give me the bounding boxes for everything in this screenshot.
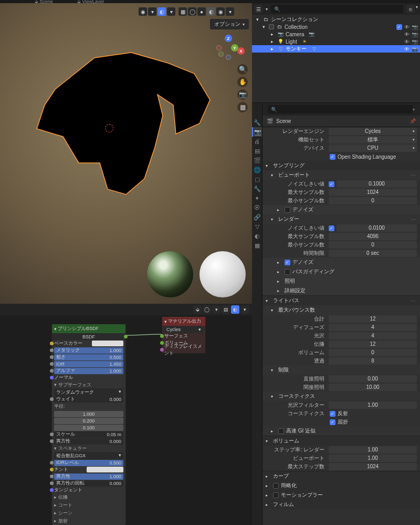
film-panel[interactable]: ▸フィルム <box>262 500 420 509</box>
extra-emission[interactable]: ▸ 放射 <box>52 517 125 525</box>
tab-render-icon[interactable]: 📷 <box>252 127 262 137</box>
tangent-input[interactable]: タンジェント <box>52 487 125 493</box>
transparent-bounces[interactable]: 8 <box>329 357 417 365</box>
anisotropic-input[interactable]: 異方性1.000 <box>52 473 125 480</box>
solid-shading-icon[interactable]: ● <box>197 7 206 16</box>
axis-neg-z-icon[interactable] <box>226 55 231 60</box>
transmission-bounces[interactable]: 12 <box>329 341 417 348</box>
gizmo-icon[interactable]: ▾ <box>148 7 156 16</box>
node-editor[interactable]: ⬙ ◯ ▾ ▤ ◐ ▾ ▾ プリンシプルBSDF BSDF ベースカラー メタリ… <box>0 304 252 525</box>
path-guiding-panel[interactable]: ▸ パスガイディング <box>262 267 420 276</box>
motion-blur-panel[interactable]: ▸ モーションブラー <box>262 490 420 500</box>
extra-coat[interactable]: ▸ コート <box>52 501 125 509</box>
render-max-samples[interactable]: 4096 <box>329 233 417 240</box>
overlay-icon[interactable]: ◐ <box>158 7 166 16</box>
camera-view-icon[interactable]: 📷 <box>237 89 248 100</box>
xray-icon[interactable]: ▦ <box>178 7 187 16</box>
osl-checkbox[interactable]: ✓ <box>330 154 335 160</box>
fast-gi-panel[interactable]: ▸ 高速 GI 近似 <box>262 426 420 436</box>
snap-icon[interactable]: ◯ <box>203 305 211 314</box>
overlay-drop-icon[interactable]: ▾ <box>167 7 175 16</box>
max-samples-value[interactable]: 1024 <box>329 189 417 196</box>
node-title[interactable]: ▾ プリンシプルBSDF <box>52 324 125 333</box>
render-icon[interactable]: 📷 <box>412 24 417 29</box>
viewport-denoise-check[interactable] <box>285 207 290 213</box>
axis-neg-x-icon[interactable] <box>216 45 222 50</box>
caustics-panel[interactable]: ▾コースティクス <box>262 392 420 401</box>
visibility-icon[interactable]: ◉ <box>139 7 147 16</box>
diffuse-bounces[interactable]: 4 <box>329 324 417 331</box>
outliner-item-light[interactable]: ▸💡Light☀ 👁📷 <box>252 38 420 45</box>
tab-viewlayer-icon[interactable]: ▤ <box>252 146 262 156</box>
node-material-output[interactable]: ▾ マテリアル出力 Cycles▾ サーフェス ボリューム ディスプレイスメント <box>162 316 206 354</box>
node-principled-bsdf[interactable]: ▾ プリンシプルBSDF BSDF ベースカラー メタリック1.000 粗さ0.… <box>51 324 126 525</box>
subsurface-section[interactable]: ▾ サブサーフェス <box>52 381 125 389</box>
scene-collection-row[interactable]: ▾🗀シーンコレクション <box>252 16 420 23</box>
extra-transmission[interactable]: ▸ 伝播 <box>52 493 125 501</box>
alpha-input[interactable]: アルファ1.000 <box>52 367 125 374</box>
pan-icon[interactable]: ✋ <box>237 77 248 87</box>
tab-scene-icon[interactable]: 🎬 <box>252 156 262 165</box>
glossy-bounces[interactable]: 4 <box>329 332 417 339</box>
tint-input[interactable]: チント <box>52 466 125 473</box>
viewport-options-button[interactable]: オプション <box>210 19 249 29</box>
viewport-sampling-panel[interactable]: ▾ビューポート⋯ <box>262 170 420 180</box>
outliner-mode-icon[interactable]: ☰ <box>254 5 262 13</box>
perspective-icon[interactable]: ▦ <box>237 102 248 112</box>
ior-input[interactable]: IOR1.450 <box>52 361 125 367</box>
distribution[interactable]: 複合散乱GGX▾ <box>52 452 125 459</box>
feature-set-select[interactable]: 標準 <box>329 136 417 143</box>
viewport-denoise-panel[interactable]: ▸ デノイズ <box>262 205 420 214</box>
subsurface-method[interactable]: ランダムウォーク▾ <box>52 389 125 396</box>
tab-particle-icon[interactable]: ✦ <box>252 193 262 203</box>
normal-input[interactable]: ノーマル <box>52 374 125 381</box>
outliner-search-input[interactable]: 🔍 <box>271 5 403 13</box>
noise-threshold-check[interactable]: ✓ <box>329 181 334 187</box>
tab-tool-icon[interactable]: 🔧 <box>252 118 262 127</box>
clamping-panel[interactable]: ▾制限 <box>262 365 420 375</box>
time-limit-value[interactable]: 0 sec <box>329 250 417 257</box>
tab-constraint-icon[interactable]: 🔗 <box>252 212 262 222</box>
light-paths-panel[interactable]: ▾ライトパス⋯ <box>262 296 420 305</box>
scene-breadcrumb[interactable]: 🎬Scene 📌 <box>262 116 420 127</box>
motion-blur-check[interactable] <box>273 492 279 498</box>
tab-texture-icon[interactable]: ▦ <box>252 241 262 250</box>
axis-neg-y-icon[interactable] <box>218 52 224 57</box>
fast-gi-check[interactable] <box>278 428 284 434</box>
eye-icon[interactable]: 👁 <box>404 24 410 29</box>
radius-b[interactable]: 0.100 <box>52 424 125 431</box>
eye-icon[interactable]: 👁 <box>404 32 410 37</box>
anisotropy1-input[interactable]: 異方性0.000 <box>52 438 125 445</box>
roughness-input[interactable]: 粗さ0.500 <box>52 354 125 361</box>
metallic-input[interactable]: メタリック1.000 <box>52 347 125 354</box>
rendered-shading-icon[interactable]: ◉ <box>216 7 225 16</box>
radius-g[interactable]: 0.200 <box>52 417 125 424</box>
tab-object-icon[interactable]: ▢ <box>252 174 262 184</box>
render-icon[interactable]: 📷 <box>412 32 417 37</box>
device-select[interactable]: CPU <box>329 145 417 152</box>
wire-shading-icon[interactable]: ◯ <box>188 7 196 16</box>
render-engine-select[interactable]: Cycles <box>329 128 417 135</box>
nav-gizmo[interactable]: Z Y X <box>215 35 242 61</box>
ior-level-input[interactable]: IORレベル0.500 <box>52 459 125 466</box>
outliner-item-camera[interactable]: ▸📷Camera📷 👁📷 <box>252 30 420 38</box>
render-icon[interactable]: 📷 <box>412 39 417 44</box>
viewport-3d[interactable]: ◉ ▾ ◐ ▾ ▦ ◯ ● ◐ ◉ ▾ オプション Z Y X 🔍 ✋ 📷 ▦ <box>0 3 252 304</box>
volumes-panel[interactable]: ▾ボリューム <box>262 436 420 446</box>
zoom-icon[interactable]: 🔍 <box>237 64 248 75</box>
extra-sheen[interactable]: ▸ シーン <box>52 509 125 517</box>
material-shading-icon[interactable]: ◐ <box>207 7 215 16</box>
weight-input[interactable]: ウェイト0.000 <box>52 396 125 403</box>
simplify-panel[interactable]: ▸ 簡略化 <box>262 481 420 490</box>
render-min-samples[interactable]: 0 <box>329 241 417 249</box>
render-noise-check[interactable]: ✓ <box>329 225 334 231</box>
tab-data-icon[interactable]: ▽ <box>252 222 262 231</box>
advanced-panel[interactable]: ▸詳細設定 <box>262 286 420 295</box>
tab-world-icon[interactable]: 🌐 <box>252 165 262 174</box>
sampling-panel[interactable]: ▾サンプリング <box>262 161 420 170</box>
curves-panel[interactable]: ▸カーブ <box>262 471 420 481</box>
render-sampling-panel[interactable]: ▾レンダー⋯ <box>262 214 420 224</box>
bsdf-output-socket[interactable]: BSDF <box>52 333 125 340</box>
shading-drop-icon[interactable]: ▾ <box>226 7 234 16</box>
step-rate[interactable]: 1.00 <box>329 446 417 454</box>
